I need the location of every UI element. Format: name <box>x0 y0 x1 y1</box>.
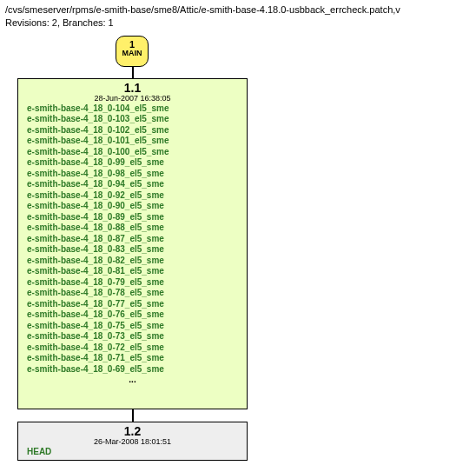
tag-item: e-smith-base-4_18_0-71_el5_sme <box>27 353 238 364</box>
tag-item: e-smith-base-4_18_0-87_el5_sme <box>27 234 238 245</box>
tag-item: e-smith-base-4_18_0-89_el5_sme <box>27 212 238 223</box>
file-meta: Revisions: 2, Branches: 1 <box>5 17 471 30</box>
revision-graph: 1 MAIN 1.1 28-Jun-2007 16:38:05 e-smith-… <box>0 31 476 471</box>
graph-edge <box>132 409 134 422</box>
tag-item: e-smith-base-4_18_0-76_el5_sme <box>27 309 238 321</box>
revision-node-1-1: 1.1 28-Jun-2007 16:38:05 e-smith-base-4_… <box>17 78 248 409</box>
revision-number: 1.2 <box>18 422 247 438</box>
tag-item: e-smith-base-4_18_0-81_el5_sme <box>27 266 238 277</box>
tag-item: e-smith-base-4_18_0-82_el5_sme <box>27 256 238 267</box>
page-header: /cvs/smeserver/rpms/e-smith-base/sme8/At… <box>0 0 476 31</box>
file-path: /cvs/smeserver/rpms/e-smith-base/sme8/At… <box>5 3 471 17</box>
revision-node-1-2: 1.2 26-Mar-2008 18:01:51 HEAD <box>17 422 248 461</box>
tag-item: e-smith-base-4_18_0-78_el5_sme <box>27 288 238 299</box>
tag-item: e-smith-base-4_18_0-88_el5_sme <box>27 223 238 234</box>
revision-tags: HEAD <box>18 446 247 461</box>
graph-edge <box>132 67 134 78</box>
tag-item: e-smith-base-4_18_0-72_el5_sme <box>27 342 238 354</box>
tag-item: e-smith-base-4_18_0-104_el5_sme <box>27 103 238 115</box>
revision-number: 1.1 <box>18 79 247 95</box>
branch-number: 1 <box>116 39 148 50</box>
tag-more: ... <box>27 375 238 386</box>
tag-item: e-smith-base-4_18_0-79_el5_sme <box>27 277 238 289</box>
branch-label: MAIN <box>116 50 148 58</box>
revision-date: 28-Jun-2007 16:38:05 <box>18 94 247 103</box>
tag-item: e-smith-base-4_18_0-98_el5_sme <box>27 169 238 180</box>
tag-item: e-smith-base-4_18_0-69_el5_sme <box>27 364 238 376</box>
tag-item: e-smith-base-4_18_0-75_el5_sme <box>27 321 238 332</box>
tag-item: e-smith-base-4_18_0-92_el5_sme <box>27 190 238 202</box>
tag-item: e-smith-base-4_18_0-100_el5_sme <box>27 147 238 158</box>
tag-item: e-smith-base-4_18_0-99_el5_sme <box>27 157 238 169</box>
tag-item: e-smith-base-4_18_0-83_el5_sme <box>27 244 238 256</box>
tag-item: e-smith-base-4_18_0-101_el5_sme <box>27 136 238 147</box>
tag-item: e-smith-base-4_18_0-73_el5_sme <box>27 331 238 342</box>
tag-item: e-smith-base-4_18_0-103_el5_sme <box>27 114 238 125</box>
tag-item: e-smith-base-4_18_0-94_el5_sme <box>27 179 238 190</box>
tag-item: e-smith-base-4_18_0-102_el5_sme <box>27 125 238 136</box>
tag-item: e-smith-base-4_18_0-90_el5_sme <box>27 201 238 212</box>
tag-head: HEAD <box>27 447 238 458</box>
branch-badge: 1 MAIN <box>116 36 149 67</box>
revision-date: 26-Mar-2008 18:01:51 <box>18 437 247 446</box>
tag-item: e-smith-base-4_18_0-77_el5_sme <box>27 299 238 310</box>
revision-tags: e-smith-base-4_18_0-104_el5_smee-smith-b… <box>18 103 247 389</box>
